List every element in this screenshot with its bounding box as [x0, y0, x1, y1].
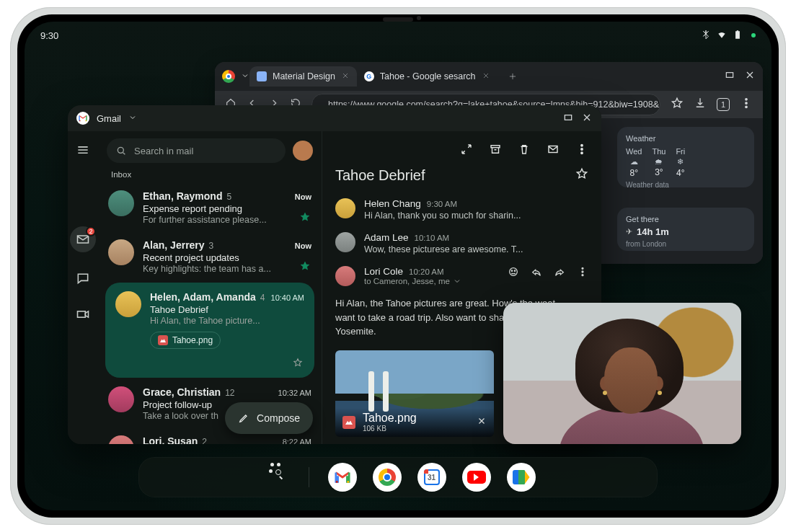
pencil-icon — [238, 412, 249, 424]
account-avatar[interactable] — [293, 141, 313, 161]
avatar — [335, 232, 355, 252]
star-icon[interactable] — [671, 97, 684, 112]
weather-day-fri: Fri❄4° — [676, 147, 685, 178]
route-card[interactable]: Get there ✈ 14h 1m from London — [617, 208, 754, 251]
conversation-list: Search in mail Inbox Ethan, Raymond5Now … — [98, 131, 322, 444]
video-participant — [532, 319, 712, 444]
recipients-line[interactable]: to Cameron, Jesse, me — [364, 277, 461, 285]
avatar — [108, 386, 134, 412]
svg-point-12 — [510, 268, 518, 276]
svg-rect-5 — [78, 311, 86, 317]
tab-count[interactable]: 1 — [717, 98, 730, 111]
route-duration: 14h 1m — [637, 226, 669, 237]
compose-fab[interactable]: Compose — [225, 402, 313, 434]
close-icon[interactable] — [744, 69, 756, 84]
attachment-size: 106 KB — [363, 425, 417, 433]
weather-card[interactable]: Weather Wed☁8° Thu🌧3° Fri❄4° Weather dat… — [617, 127, 754, 187]
menu-icon[interactable] — [76, 143, 90, 160]
avatar — [108, 190, 134, 216]
svg-point-13 — [511, 270, 512, 271]
svg-rect-7 — [491, 146, 500, 148]
avatar — [335, 198, 355, 218]
avatar — [108, 435, 134, 444]
maximize-icon[interactable] — [562, 112, 574, 125]
search-placeholder: Search in mail — [134, 146, 193, 156]
tab-tahoe-search[interactable]: G Tahoe - Google sesarch — [357, 66, 498, 87]
weather-heading: Weather — [626, 134, 746, 143]
taskbar-youtube[interactable] — [462, 463, 491, 492]
more-icon[interactable] — [577, 266, 588, 280]
chevron-down-icon[interactable] — [128, 113, 137, 124]
svg-point-2 — [746, 102, 747, 104]
taskbar — [138, 457, 658, 497]
chrome-app-icon — [222, 70, 235, 83]
search-input[interactable]: Search in mail — [107, 138, 286, 163]
taskbar-meet[interactable] — [507, 463, 536, 492]
emoji-icon[interactable] — [508, 266, 519, 280]
rail-mail-button[interactable]: 2 — [70, 226, 96, 252]
more-icon[interactable] — [740, 97, 753, 112]
attachment-preview[interactable]: Tahoe.png 106 KB — [335, 350, 494, 437]
section-inbox[interactable]: Inbox — [98, 167, 322, 183]
image-icon — [158, 335, 168, 345]
svg-point-3 — [746, 106, 747, 107]
svg-point-15 — [582, 267, 583, 269]
tab-material-design[interactable]: Material Design — [249, 66, 357, 87]
google-favicon: G — [364, 71, 374, 81]
weather-day-wed: Wed☁8° — [626, 147, 642, 178]
status-right — [701, 30, 756, 42]
chrome-app-chevron-icon[interactable] — [241, 70, 249, 83]
close-icon[interactable] — [341, 71, 350, 82]
privacy-indicator-dot — [751, 33, 756, 37]
more-icon[interactable] — [575, 143, 588, 159]
star-icon[interactable] — [293, 358, 303, 371]
thread-tahoe[interactable]: Helen, Adam, Amanda410:40 AM Tahoe Debri… — [105, 283, 314, 378]
close-icon[interactable] — [482, 71, 490, 82]
read-title-row: Tahoe Debrief — [322, 164, 601, 192]
status-bar: 9:30 — [25, 27, 771, 43]
expand-icon[interactable] — [460, 143, 473, 159]
weather-caption: Weather data — [626, 181, 746, 189]
close-icon[interactable] — [477, 416, 487, 429]
tab-label: Material Design — [273, 71, 335, 81]
new-tab-button[interactable] — [503, 67, 522, 86]
video-call-pip[interactable] — [503, 303, 741, 444]
all-apps-button[interactable] — [261, 463, 290, 492]
route-heading: Get there — [626, 215, 746, 223]
weather-day-thu: Thu🌧3° — [652, 147, 665, 178]
attachment-chip[interactable]: Tahoe.png — [150, 332, 221, 349]
tablet-bezel: 9:30 Material Design — [17, 14, 779, 518]
message-helen[interactable]: Helen Chang9:30 AM Hi Alan, thank you so… — [322, 192, 601, 226]
close-icon[interactable] — [581, 112, 593, 125]
forward-icon[interactable] — [554, 266, 565, 280]
route-from: from London — [626, 240, 746, 248]
maximize-icon[interactable] — [724, 69, 735, 84]
message-adam[interactable]: Adam Lee10:10 AM Wow, these picturese ar… — [322, 226, 601, 260]
message-lori[interactable]: Lori Cole10:20 AM to Cameron, Jesse, me — [322, 260, 601, 292]
svg-rect-4 — [565, 115, 571, 120]
svg-rect-0 — [726, 73, 733, 78]
thread-ethan[interactable]: Ethan, Raymond5Now Expense report pendin… — [98, 183, 322, 232]
download-icon[interactable] — [694, 97, 707, 112]
tablet-frame: 9:30 Material Design — [10, 7, 786, 525]
svg-point-11 — [581, 152, 583, 154]
meet-icon[interactable] — [76, 307, 90, 324]
reply-icon[interactable] — [531, 266, 542, 280]
cloud-icon: ☁ — [630, 157, 638, 167]
star-icon[interactable] — [300, 212, 310, 225]
delete-icon[interactable] — [518, 143, 531, 159]
taskbar-calendar[interactable] — [417, 463, 446, 492]
taskbar-gmail[interactable] — [328, 463, 357, 492]
snow-icon: ❄ — [677, 157, 684, 167]
mark-unread-icon[interactable] — [547, 143, 560, 159]
star-icon[interactable] — [575, 167, 588, 184]
camera-dot — [417, 16, 421, 20]
taskbar-chrome[interactable] — [373, 463, 402, 492]
chat-icon[interactable] — [76, 271, 90, 288]
status-time: 9:30 — [40, 30, 58, 41]
star-icon[interactable] — [300, 261, 310, 274]
archive-icon[interactable] — [489, 143, 502, 159]
thread-alan[interactable]: Alan, Jerrery3Now Recent project updates… — [98, 232, 322, 281]
gmail-titlebar: Gmail — [68, 105, 601, 131]
battery-icon — [733, 30, 743, 42]
